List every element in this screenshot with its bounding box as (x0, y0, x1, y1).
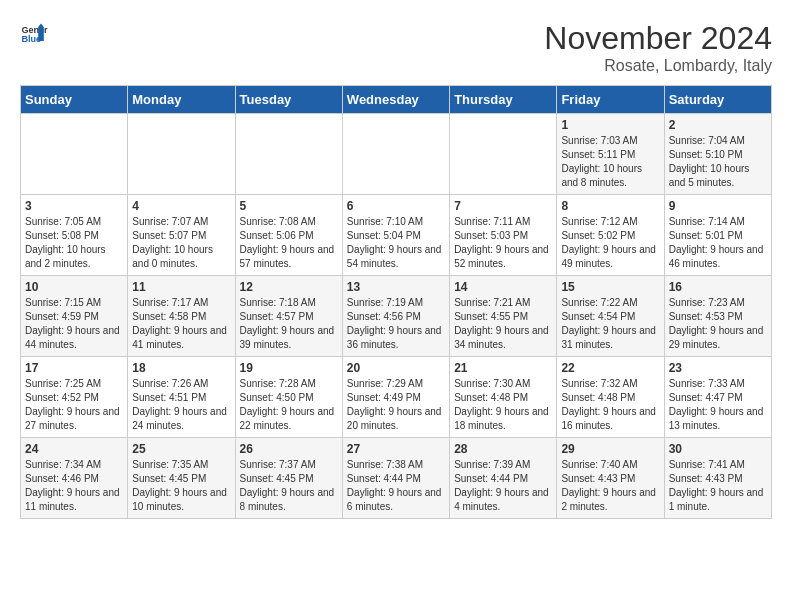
weekday-header-thursday: Thursday (450, 86, 557, 114)
day-number: 3 (25, 199, 123, 213)
day-info: Sunrise: 7:18 AM Sunset: 4:57 PM Dayligh… (240, 296, 338, 352)
calendar-cell: 8Sunrise: 7:12 AM Sunset: 5:02 PM Daylig… (557, 195, 664, 276)
calendar-cell: 29Sunrise: 7:40 AM Sunset: 4:43 PM Dayli… (557, 438, 664, 519)
day-number: 11 (132, 280, 230, 294)
day-number: 4 (132, 199, 230, 213)
calendar-cell: 25Sunrise: 7:35 AM Sunset: 4:45 PM Dayli… (128, 438, 235, 519)
day-number: 12 (240, 280, 338, 294)
calendar-cell (128, 114, 235, 195)
day-number: 8 (561, 199, 659, 213)
day-info: Sunrise: 7:23 AM Sunset: 4:53 PM Dayligh… (669, 296, 767, 352)
calendar-cell: 22Sunrise: 7:32 AM Sunset: 4:48 PM Dayli… (557, 357, 664, 438)
day-info: Sunrise: 7:12 AM Sunset: 5:02 PM Dayligh… (561, 215, 659, 271)
day-info: Sunrise: 7:41 AM Sunset: 4:43 PM Dayligh… (669, 458, 767, 514)
day-info: Sunrise: 7:11 AM Sunset: 5:03 PM Dayligh… (454, 215, 552, 271)
weekday-header-monday: Monday (128, 86, 235, 114)
location-subtitle: Rosate, Lombardy, Italy (544, 57, 772, 75)
day-info: Sunrise: 7:40 AM Sunset: 4:43 PM Dayligh… (561, 458, 659, 514)
day-number: 29 (561, 442, 659, 456)
day-number: 6 (347, 199, 445, 213)
day-info: Sunrise: 7:29 AM Sunset: 4:49 PM Dayligh… (347, 377, 445, 433)
calendar-cell: 9Sunrise: 7:14 AM Sunset: 5:01 PM Daylig… (664, 195, 771, 276)
logo-icon: General Blue (20, 20, 48, 48)
calendar-cell: 15Sunrise: 7:22 AM Sunset: 4:54 PM Dayli… (557, 276, 664, 357)
day-number: 17 (25, 361, 123, 375)
calendar-cell: 27Sunrise: 7:38 AM Sunset: 4:44 PM Dayli… (342, 438, 449, 519)
calendar-cell: 11Sunrise: 7:17 AM Sunset: 4:58 PM Dayli… (128, 276, 235, 357)
day-number: 7 (454, 199, 552, 213)
weekday-header-friday: Friday (557, 86, 664, 114)
svg-text:Blue: Blue (21, 34, 41, 44)
calendar-week-1: 1Sunrise: 7:03 AM Sunset: 5:11 PM Daylig… (21, 114, 772, 195)
day-info: Sunrise: 7:19 AM Sunset: 4:56 PM Dayligh… (347, 296, 445, 352)
calendar-cell: 3Sunrise: 7:05 AM Sunset: 5:08 PM Daylig… (21, 195, 128, 276)
weekday-header-sunday: Sunday (21, 86, 128, 114)
day-info: Sunrise: 7:38 AM Sunset: 4:44 PM Dayligh… (347, 458, 445, 514)
calendar-cell: 4Sunrise: 7:07 AM Sunset: 5:07 PM Daylig… (128, 195, 235, 276)
logo: General Blue (20, 20, 48, 48)
calendar-table: SundayMondayTuesdayWednesdayThursdayFrid… (20, 85, 772, 519)
calendar-cell (21, 114, 128, 195)
day-number: 23 (669, 361, 767, 375)
calendar-cell: 19Sunrise: 7:28 AM Sunset: 4:50 PM Dayli… (235, 357, 342, 438)
day-info: Sunrise: 7:34 AM Sunset: 4:46 PM Dayligh… (25, 458, 123, 514)
day-number: 16 (669, 280, 767, 294)
day-number: 19 (240, 361, 338, 375)
calendar-cell: 18Sunrise: 7:26 AM Sunset: 4:51 PM Dayli… (128, 357, 235, 438)
calendar-cell: 12Sunrise: 7:18 AM Sunset: 4:57 PM Dayli… (235, 276, 342, 357)
calendar-cell: 20Sunrise: 7:29 AM Sunset: 4:49 PM Dayli… (342, 357, 449, 438)
day-number: 21 (454, 361, 552, 375)
day-info: Sunrise: 7:37 AM Sunset: 4:45 PM Dayligh… (240, 458, 338, 514)
calendar-week-3: 10Sunrise: 7:15 AM Sunset: 4:59 PM Dayli… (21, 276, 772, 357)
day-info: Sunrise: 7:03 AM Sunset: 5:11 PM Dayligh… (561, 134, 659, 190)
day-info: Sunrise: 7:04 AM Sunset: 5:10 PM Dayligh… (669, 134, 767, 190)
day-number: 14 (454, 280, 552, 294)
calendar-cell: 23Sunrise: 7:33 AM Sunset: 4:47 PM Dayli… (664, 357, 771, 438)
weekday-header-row: SundayMondayTuesdayWednesdayThursdayFrid… (21, 86, 772, 114)
calendar-cell: 6Sunrise: 7:10 AM Sunset: 5:04 PM Daylig… (342, 195, 449, 276)
day-info: Sunrise: 7:26 AM Sunset: 4:51 PM Dayligh… (132, 377, 230, 433)
day-info: Sunrise: 7:39 AM Sunset: 4:44 PM Dayligh… (454, 458, 552, 514)
day-info: Sunrise: 7:33 AM Sunset: 4:47 PM Dayligh… (669, 377, 767, 433)
day-info: Sunrise: 7:08 AM Sunset: 5:06 PM Dayligh… (240, 215, 338, 271)
day-number: 28 (454, 442, 552, 456)
calendar-cell: 28Sunrise: 7:39 AM Sunset: 4:44 PM Dayli… (450, 438, 557, 519)
weekday-header-tuesday: Tuesday (235, 86, 342, 114)
day-number: 2 (669, 118, 767, 132)
calendar-cell: 21Sunrise: 7:30 AM Sunset: 4:48 PM Dayli… (450, 357, 557, 438)
day-number: 10 (25, 280, 123, 294)
day-info: Sunrise: 7:15 AM Sunset: 4:59 PM Dayligh… (25, 296, 123, 352)
day-number: 25 (132, 442, 230, 456)
day-info: Sunrise: 7:14 AM Sunset: 5:01 PM Dayligh… (669, 215, 767, 271)
day-number: 26 (240, 442, 338, 456)
calendar-cell: 1Sunrise: 7:03 AM Sunset: 5:11 PM Daylig… (557, 114, 664, 195)
day-number: 5 (240, 199, 338, 213)
day-info: Sunrise: 7:21 AM Sunset: 4:55 PM Dayligh… (454, 296, 552, 352)
day-info: Sunrise: 7:28 AM Sunset: 4:50 PM Dayligh… (240, 377, 338, 433)
calendar-week-4: 17Sunrise: 7:25 AM Sunset: 4:52 PM Dayli… (21, 357, 772, 438)
weekday-header-wednesday: Wednesday (342, 86, 449, 114)
calendar-cell (342, 114, 449, 195)
day-number: 18 (132, 361, 230, 375)
day-number: 30 (669, 442, 767, 456)
calendar-cell: 24Sunrise: 7:34 AM Sunset: 4:46 PM Dayli… (21, 438, 128, 519)
day-number: 1 (561, 118, 659, 132)
day-number: 27 (347, 442, 445, 456)
calendar-week-5: 24Sunrise: 7:34 AM Sunset: 4:46 PM Dayli… (21, 438, 772, 519)
day-number: 22 (561, 361, 659, 375)
calendar-cell: 30Sunrise: 7:41 AM Sunset: 4:43 PM Dayli… (664, 438, 771, 519)
day-number: 9 (669, 199, 767, 213)
calendar-week-2: 3Sunrise: 7:05 AM Sunset: 5:08 PM Daylig… (21, 195, 772, 276)
calendar-cell (450, 114, 557, 195)
day-number: 24 (25, 442, 123, 456)
calendar-cell: 13Sunrise: 7:19 AM Sunset: 4:56 PM Dayli… (342, 276, 449, 357)
day-info: Sunrise: 7:10 AM Sunset: 5:04 PM Dayligh… (347, 215, 445, 271)
calendar-cell: 26Sunrise: 7:37 AM Sunset: 4:45 PM Dayli… (235, 438, 342, 519)
calendar-cell: 5Sunrise: 7:08 AM Sunset: 5:06 PM Daylig… (235, 195, 342, 276)
day-info: Sunrise: 7:32 AM Sunset: 4:48 PM Dayligh… (561, 377, 659, 433)
calendar-cell: 14Sunrise: 7:21 AM Sunset: 4:55 PM Dayli… (450, 276, 557, 357)
day-info: Sunrise: 7:07 AM Sunset: 5:07 PM Dayligh… (132, 215, 230, 271)
svg-text:General: General (21, 25, 48, 35)
day-info: Sunrise: 7:35 AM Sunset: 4:45 PM Dayligh… (132, 458, 230, 514)
weekday-header-saturday: Saturday (664, 86, 771, 114)
